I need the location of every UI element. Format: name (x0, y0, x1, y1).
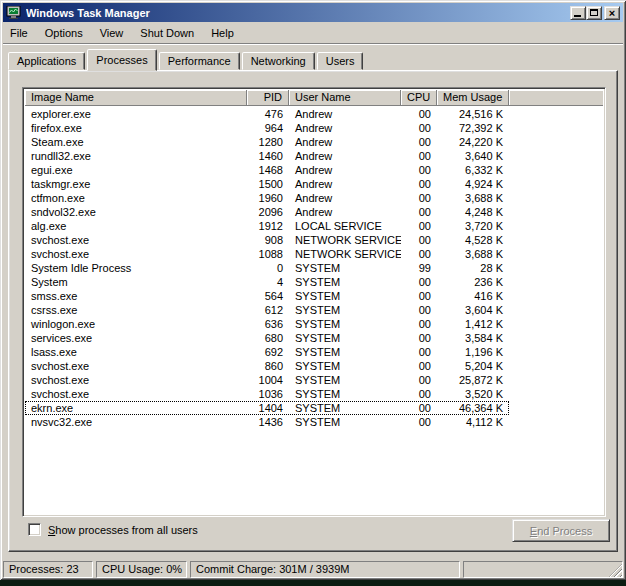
cell-mem-usage: 28 K (437, 261, 509, 275)
cell-cpu: 00 (401, 247, 437, 261)
process-row[interactable]: svchost.exe860SYSTEM005,204 K (25, 359, 509, 373)
process-row[interactable]: services.exe680SYSTEM003,584 K (25, 331, 509, 345)
cell-image-name: svchost.exe (25, 387, 247, 401)
process-row[interactable]: svchost.exe1004SYSTEM0025,872 K (25, 373, 509, 387)
resize-grip-icon[interactable] (609, 564, 622, 577)
checkbox-icon[interactable] (28, 523, 41, 536)
cell-cpu: 00 (401, 415, 437, 429)
process-row[interactable]: rundll32.exe1460Andrew003,640 K (25, 149, 509, 163)
process-row[interactable]: nvsvc32.exe1436SYSTEM004,112 K (25, 415, 509, 429)
status-cpu-usage: CPU Usage: 0% (96, 561, 187, 578)
process-row[interactable]: ctfmon.exe1960Andrew003,688 K (25, 191, 509, 205)
cell-pid: 1960 (247, 191, 289, 205)
cell-mem-usage: 3,720 K (437, 219, 509, 233)
process-row[interactable]: svchost.exe908NETWORK SERVICE004,528 K (25, 233, 509, 247)
title-bar[interactable]: Windows Task Manager × (3, 3, 623, 22)
tab-users[interactable]: Users (317, 52, 364, 70)
process-row[interactable]: explorer.exe476Andrew0024,516 K (25, 107, 509, 121)
close-button[interactable]: × (604, 6, 620, 20)
cell-mem-usage: 3,640 K (437, 149, 509, 163)
process-list[interactable]: Image Name PID User Name CPU Mem Usage e… (22, 87, 606, 517)
column-header-cpu[interactable]: CPU (401, 90, 437, 106)
cell-cpu: 00 (401, 359, 437, 373)
cell-user-name: SYSTEM (289, 415, 401, 429)
tab-networking[interactable]: Networking (242, 52, 315, 70)
end-process-button[interactable]: End Process (512, 519, 610, 542)
maximize-button[interactable] (586, 6, 602, 20)
process-row[interactable]: System4SYSTEM00236 K (25, 275, 509, 289)
column-header-image-name[interactable]: Image Name (25, 90, 247, 106)
menu-file[interactable]: File (4, 25, 34, 41)
minimize-button[interactable] (570, 6, 586, 20)
cell-cpu: 00 (401, 219, 437, 233)
process-row[interactable]: smss.exe564SYSTEM00416 K (25, 289, 509, 303)
cell-cpu: 00 (401, 289, 437, 303)
cell-user-name: SYSTEM (289, 345, 401, 359)
checkbox-label: Show processes from all users (48, 524, 198, 536)
cell-pid: 636 (247, 317, 289, 331)
cell-user-name: SYSTEM (289, 359, 401, 373)
maximize-icon (590, 9, 598, 16)
status-commit-charge: Commit Charge: 301M / 3939M (190, 561, 460, 578)
processes-tab-page: Image Name PID User Name CPU Mem Usage e… (8, 70, 618, 552)
menu-view[interactable]: View (94, 25, 130, 41)
cell-cpu: 00 (401, 107, 437, 121)
process-row[interactable]: egui.exe1468Andrew006,332 K (25, 163, 509, 177)
cell-mem-usage: 72,392 K (437, 121, 509, 135)
cell-pid: 1036 (247, 387, 289, 401)
column-header-mem-usage[interactable]: Mem Usage (437, 90, 509, 106)
cell-user-name: SYSTEM (289, 289, 401, 303)
cell-pid: 0 (247, 261, 289, 275)
cell-pid: 1460 (247, 149, 289, 163)
menu-shut-down[interactable]: Shut Down (134, 25, 200, 41)
cell-cpu: 00 (401, 177, 437, 191)
cell-mem-usage: 3,584 K (437, 331, 509, 345)
column-header-user-name[interactable]: User Name (289, 90, 401, 106)
process-row[interactable]: svchost.exe1036SYSTEM003,520 K (25, 387, 509, 401)
tab-applications[interactable]: Applications (8, 52, 85, 70)
cell-pid: 4 (247, 275, 289, 289)
process-row[interactable]: System Idle Process0SYSTEM9928 K (25, 261, 509, 275)
cell-cpu: 00 (401, 345, 437, 359)
status-processes: Processes: 23 (3, 561, 93, 578)
process-row[interactable]: ekrn.exe1404SYSTEM0046,364 K (25, 401, 509, 415)
cell-cpu: 00 (401, 373, 437, 387)
process-row[interactable]: winlogon.exe636SYSTEM001,412 K (25, 317, 509, 331)
cell-pid: 692 (247, 345, 289, 359)
cell-cpu: 00 (401, 275, 437, 289)
process-list-header: Image Name PID User Name CPU Mem Usage (25, 90, 603, 106)
process-row[interactable]: taskmgr.exe1500Andrew004,924 K (25, 177, 509, 191)
tab-processes[interactable]: Processes (87, 49, 156, 71)
show-all-users-checkbox[interactable]: Show processes from all users (28, 523, 198, 536)
menu-bar: FileOptionsViewShut DownHelp (4, 24, 622, 42)
process-row[interactable]: csrss.exe612SYSTEM003,604 K (25, 303, 509, 317)
cell-user-name: Andrew (289, 177, 401, 191)
menu-options[interactable]: Options (39, 25, 89, 41)
column-header-pid[interactable]: PID (247, 90, 289, 106)
cell-cpu: 00 (401, 149, 437, 163)
cell-cpu: 00 (401, 317, 437, 331)
menu-divider (3, 43, 623, 45)
close-icon: × (609, 8, 615, 18)
cell-user-name: SYSTEM (289, 373, 401, 387)
column-header-filler (509, 90, 603, 106)
cell-cpu: 00 (401, 401, 437, 415)
cell-pid: 908 (247, 233, 289, 247)
cell-mem-usage: 3,688 K (437, 247, 509, 261)
process-row[interactable]: Steam.exe1280Andrew0024,220 K (25, 135, 509, 149)
cell-user-name: SYSTEM (289, 261, 401, 275)
process-row[interactable]: sndvol32.exe2096Andrew004,248 K (25, 205, 509, 219)
window-controls: × (570, 6, 620, 20)
process-row[interactable]: svchost.exe1088NETWORK SERVICE003,688 K (25, 247, 509, 261)
process-row[interactable]: firefox.exe964Andrew0072,392 K (25, 121, 509, 135)
process-row[interactable]: alg.exe1912LOCAL SERVICE003,720 K (25, 219, 509, 233)
cell-mem-usage: 3,604 K (437, 303, 509, 317)
menu-help[interactable]: Help (205, 25, 240, 41)
window-title: Windows Task Manager (26, 7, 570, 19)
cell-mem-usage: 1,196 K (437, 345, 509, 359)
process-row[interactable]: lsass.exe692SYSTEM001,196 K (25, 345, 509, 359)
tab-performance[interactable]: Performance (159, 52, 240, 70)
cell-image-name: svchost.exe (25, 373, 247, 387)
cell-pid: 1468 (247, 163, 289, 177)
cell-image-name: egui.exe (25, 163, 247, 177)
